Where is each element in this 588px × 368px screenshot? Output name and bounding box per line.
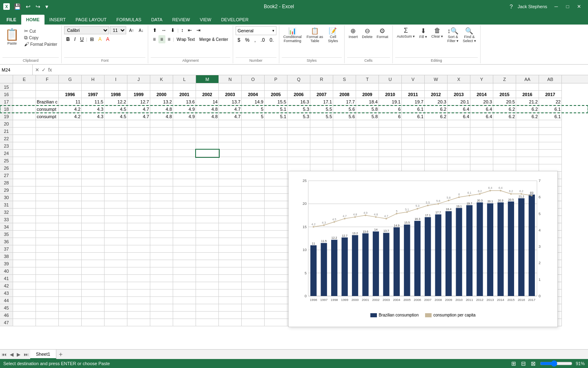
add-sheet-button[interactable]: + [56, 351, 65, 358]
cell-R18[interactable]: 5.5 [310, 105, 333, 113]
cell-P20[interactable] [265, 120, 287, 128]
cell-L24[interactable] [173, 150, 196, 157]
cell-AB17[interactable]: 22 [539, 98, 562, 105]
cell-K30[interactable] [150, 194, 173, 201]
cell-W15[interactable] [425, 83, 448, 91]
cell-I30[interactable] [105, 194, 127, 201]
align-bottom-button[interactable]: ⬇ [169, 26, 177, 34]
cell-S22[interactable] [333, 135, 356, 142]
percent-button[interactable]: % [243, 36, 252, 44]
sheet-nav-prev-button[interactable]: ◀ [8, 352, 15, 357]
cell-E41[interactable] [13, 275, 36, 282]
cell-T19[interactable]: 5.8 [356, 113, 379, 120]
cell-O24[interactable] [242, 150, 265, 157]
cell-I33[interactable] [105, 216, 127, 223]
cell-G15[interactable] [59, 83, 82, 91]
tab-data[interactable]: DATA [146, 15, 167, 25]
cell-L18[interactable]: 4.9 [173, 105, 196, 113]
cell-Q15[interactable] [287, 83, 310, 91]
cell-U25[interactable] [379, 157, 402, 164]
cell-F47[interactable] [36, 319, 59, 326]
formula-confirm-button[interactable]: ✓ [41, 66, 47, 74]
align-right-button[interactable]: ≡ [166, 35, 173, 43]
cell-T16[interactable]: 2009 [356, 91, 379, 98]
cell-P43[interactable] [265, 289, 287, 297]
col-header-M[interactable]: M [196, 75, 219, 83]
cell-AB15[interactable] [539, 83, 562, 91]
cell-F22[interactable] [36, 135, 59, 142]
cell-W25[interactable] [425, 157, 448, 164]
cell-M19[interactable]: 4.8 [196, 113, 219, 120]
number-format-dropdown[interactable]: General ▾ [236, 26, 276, 35]
cell-N32[interactable] [219, 209, 242, 216]
cell-L21[interactable] [173, 128, 196, 135]
cell-L45[interactable] [173, 304, 196, 312]
cell-M31[interactable] [196, 201, 219, 209]
cell-O16[interactable]: 2004 [242, 91, 265, 98]
cell-S25[interactable] [333, 157, 356, 164]
cell-G44[interactable] [59, 297, 82, 304]
col-header-K[interactable]: K [150, 75, 173, 83]
cell-U24[interactable] [379, 150, 402, 157]
cell-Q21[interactable] [287, 128, 310, 135]
cell-V18[interactable]: 6.1 [402, 105, 425, 113]
cell-I35[interactable] [105, 231, 127, 238]
cell-E28[interactable] [13, 179, 36, 186]
cell-H31[interactable] [82, 201, 105, 209]
cell-R24[interactable] [310, 150, 333, 157]
row-number-27[interactable]: 27 [0, 172, 13, 179]
cell-L20[interactable] [173, 120, 196, 128]
cell-Q17[interactable]: 16.3 [287, 98, 310, 105]
underline-button[interactable]: U [78, 35, 86, 43]
cell-U15[interactable] [379, 83, 402, 91]
cell-H24[interactable] [82, 150, 105, 157]
cell-P31[interactable] [265, 201, 287, 209]
minimize-button[interactable]: ─ [550, 1, 562, 12]
cell-F21[interactable] [36, 128, 59, 135]
cell-X21[interactable] [448, 128, 470, 135]
cell-I39[interactable] [105, 260, 127, 267]
cell-T22[interactable] [356, 135, 379, 142]
cell-R17[interactable]: 17.1 [310, 98, 333, 105]
cell-M38[interactable] [196, 253, 219, 260]
cell-M44[interactable] [196, 297, 219, 304]
row-number-40[interactable]: 40 [0, 267, 13, 275]
cell-U17[interactable]: 19.1 [379, 98, 402, 105]
cell-F31[interactable] [36, 201, 59, 209]
cell-M47[interactable] [196, 319, 219, 326]
cell-N42[interactable] [219, 282, 242, 289]
cell-N19[interactable]: 4.7 [219, 113, 242, 120]
cell-AA21[interactable] [516, 128, 539, 135]
cell-AA20[interactable] [516, 120, 539, 128]
cell-H23[interactable] [82, 142, 105, 150]
cell-M27[interactable] [196, 172, 219, 179]
copy-button[interactable]: ⧉ Copy [22, 34, 59, 41]
cell-W18[interactable]: 6.2 [425, 105, 448, 113]
row-number-23[interactable]: 23 [0, 142, 13, 150]
cell-P45[interactable] [265, 304, 287, 312]
cell-I41[interactable] [105, 275, 127, 282]
cell-L33[interactable] [173, 216, 196, 223]
cell-K47[interactable] [150, 319, 173, 326]
cell-O20[interactable] [242, 120, 265, 128]
cell-L41[interactable] [173, 275, 196, 282]
cell-E18[interactable] [13, 105, 36, 113]
cell-X24[interactable] [448, 150, 470, 157]
cell-E26[interactable] [13, 164, 36, 172]
cell-M30[interactable] [196, 194, 219, 201]
cell-W17[interactable]: 20.3 [425, 98, 448, 105]
cell-T20[interactable] [356, 120, 379, 128]
cell-Y23[interactable] [470, 142, 493, 150]
cell-K36[interactable] [150, 238, 173, 245]
col-header-X[interactable]: X [448, 75, 470, 83]
cell-H18[interactable]: 4.3 [82, 105, 105, 113]
row-number-15[interactable]: 15 [0, 83, 13, 91]
cell-AB18[interactable]: 6.1 [539, 105, 562, 113]
row-number-35[interactable]: 35 [0, 231, 13, 238]
cell-V23[interactable] [402, 142, 425, 150]
cell-M28[interactable] [196, 179, 219, 186]
cell-T25[interactable] [356, 157, 379, 164]
sort-filter-button[interactable]: ↕🔍 Sort &Filter ▾ [445, 26, 460, 52]
cell-K37[interactable] [150, 245, 173, 253]
autosum-button[interactable]: Σ AutoSum ▾ [395, 26, 417, 52]
